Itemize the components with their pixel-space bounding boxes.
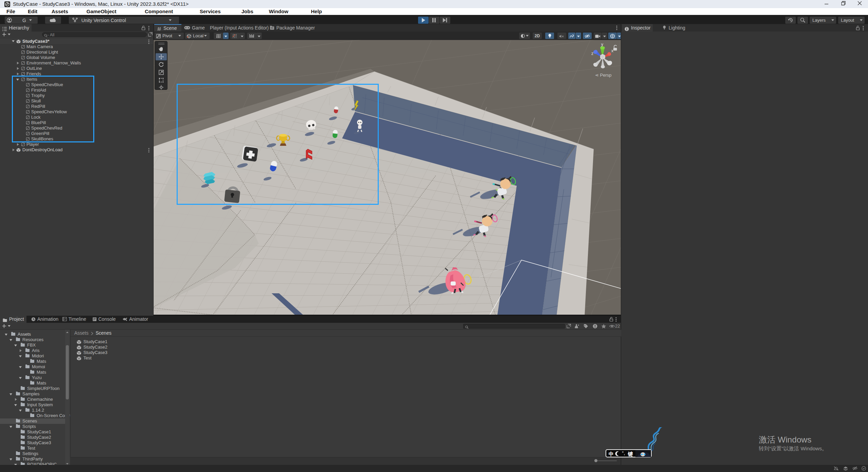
svg-text:y: y (601, 42, 603, 47)
svg-text:x: x (611, 48, 613, 53)
svg-text:⋖ Persp: ⋖ Persp (595, 73, 611, 78)
svg-text:z: z (591, 51, 593, 56)
